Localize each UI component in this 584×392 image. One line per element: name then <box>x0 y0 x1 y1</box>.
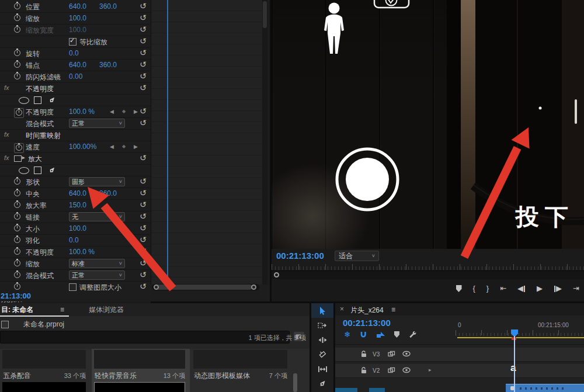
prev-keyframe-icon[interactable]: ◀ <box>110 107 114 116</box>
property-value[interactable]: 640.0 <box>69 61 86 69</box>
stopwatch-toggle[interactable] <box>14 283 20 292</box>
reset-parameter-button[interactable]: ↺ <box>140 270 147 279</box>
property-value[interactable]: 100.0 % <box>69 107 95 116</box>
scrubber-knob[interactable] <box>274 272 279 277</box>
stopwatch-toggle[interactable] <box>14 108 24 118</box>
property-value[interactable]: 100.0 <box>69 26 86 34</box>
tab-project[interactable]: 目: 未命名 <box>1 305 33 315</box>
reset-parameter-button[interactable]: ↺ <box>140 37 147 46</box>
close-icon[interactable]: × <box>340 305 344 313</box>
reset-parameter-button[interactable]: ↺ <box>140 13 147 22</box>
property-value[interactable]: 360.0 <box>99 189 117 197</box>
panel-menu-icon[interactable]: ≡ <box>391 306 395 314</box>
stopwatch-toggle[interactable] <box>14 26 20 34</box>
razor-tool[interactable] <box>311 347 333 362</box>
add-keyframe-icon[interactable]: ◆ <box>122 143 126 151</box>
rect-mask-icon[interactable] <box>34 96 41 104</box>
property-dropdown[interactable]: 无˅ <box>69 212 125 221</box>
scrollbar-bar[interactable] <box>155 285 252 290</box>
property-dropdown[interactable]: 标准˅ <box>69 259 125 268</box>
sync-lock-icon[interactable] <box>388 367 395 376</box>
program-monitor-video[interactable]: 投下 <box>272 0 584 249</box>
track-select-forward-tool[interactable] <box>311 318 333 332</box>
track-lock-icon[interactable] <box>360 351 367 359</box>
reset-parameter-button[interactable]: ↺ <box>140 177 147 186</box>
reset-parameter-button[interactable]: ↺ <box>140 48 147 57</box>
effect-controls-timecode[interactable]: 21:13:00 <box>1 292 31 300</box>
stopwatch-toggle[interactable] <box>14 15 20 23</box>
stopwatch-toggle[interactable] <box>14 178 20 186</box>
slip-tool[interactable] <box>311 362 333 376</box>
effect-controls-mini-timeline[interactable] <box>151 0 262 285</box>
nest-toggle-icon[interactable]: ❄ <box>344 330 350 339</box>
linked-selection-icon[interactable] <box>376 331 385 339</box>
property-value[interactable]: 360.0 <box>99 2 117 11</box>
timeline-timecode[interactable]: 00:21:13:00 <box>343 318 391 328</box>
property-value[interactable]: 100.0 <box>69 14 86 22</box>
property-value[interactable]: 0.0 <box>69 49 79 57</box>
stopwatch-toggle[interactable] <box>14 272 20 280</box>
ellipse-mask-icon[interactable] <box>19 97 29 104</box>
track-lock-icon[interactable] <box>360 367 367 376</box>
track-name[interactable]: V2 <box>373 367 380 374</box>
property-value[interactable]: 100.00% <box>69 143 96 151</box>
property-value[interactable]: 640.0 <box>69 189 86 197</box>
checkbox[interactable] <box>69 38 77 46</box>
step-back-button[interactable]: ◀ <box>517 285 526 293</box>
scrollbar-right-knob[interactable] <box>251 285 256 290</box>
reset-parameter-button[interactable]: ↺ <box>140 72 147 81</box>
panel-menu-icon[interactable]: ≡ <box>60 306 64 314</box>
tab-sequence[interactable]: 片头_x264 <box>350 306 384 315</box>
stopwatch-toggle[interactable] <box>14 190 20 198</box>
snap-magnet-icon[interactable] <box>359 331 367 339</box>
reset-parameter-button[interactable]: ↺ <box>140 154 147 162</box>
stopwatch-toggle[interactable] <box>14 248 20 256</box>
timeline-playhead-line[interactable] <box>514 336 515 392</box>
program-timecode[interactable]: 00:21:13:00 <box>276 251 324 261</box>
timeline-settings-wrench-icon[interactable] <box>408 330 417 339</box>
property-dropdown[interactable]: 圆形˅ <box>69 177 125 186</box>
reset-parameter-button[interactable]: ↺ <box>140 200 147 209</box>
property-dropdown[interactable]: 正常˅ <box>69 270 125 280</box>
ripple-edit-tool[interactable] <box>311 332 333 347</box>
effect-controls-vertical-scrollbar[interactable] <box>262 0 267 285</box>
zoom-level-dropdown[interactable]: 适合 ˅ <box>335 251 379 261</box>
stopwatch-toggle[interactable] <box>14 61 20 70</box>
reset-parameter-button[interactable]: ↺ <box>140 189 147 197</box>
reset-parameter-button[interactable]: ↺ <box>140 247 147 256</box>
scrollbar-handle[interactable] <box>263 1 267 28</box>
reset-parameter-button[interactable]: ↺ <box>140 84 147 92</box>
stopwatch-toggle[interactable] <box>14 225 20 233</box>
bin-item[interactable]: 轻快背景音乐13 个项 <box>92 349 190 392</box>
effect-controls-horizontal-scrollbar[interactable] <box>152 284 259 290</box>
timeline-clip[interactable] <box>335 388 357 392</box>
rect-mask-icon[interactable] <box>34 166 41 174</box>
add-keyframe-icon[interactable]: ◆ <box>122 107 126 116</box>
timeline-clip[interactable] <box>369 388 385 392</box>
property-value[interactable]: 0.0 <box>69 236 79 244</box>
mark-in-button[interactable]: { <box>473 285 475 293</box>
tab-media-browser[interactable]: 媒体浏览器 <box>89 305 124 315</box>
selection-tool[interactable] <box>311 303 333 318</box>
caret-right-icon[interactable]: ▸ <box>429 367 432 373</box>
stopwatch-toggle[interactable] <box>14 213 20 221</box>
project-search-input[interactable] <box>0 331 290 344</box>
track-name[interactable]: V3 <box>373 351 380 358</box>
checkbox[interactable] <box>69 283 77 291</box>
scrollbar-left-knob[interactable] <box>154 285 159 290</box>
program-scrubber[interactable] <box>272 270 584 279</box>
step-forward-button[interactable]: ▶ <box>554 285 562 293</box>
add-marker-icon[interactable] <box>394 331 399 338</box>
reset-parameter-button[interactable]: ↺ <box>140 2 147 11</box>
stopwatch-toggle[interactable] <box>14 237 20 245</box>
property-value[interactable]: 150.0 <box>69 201 86 209</box>
reset-parameter-button[interactable]: ↺ <box>140 224 147 233</box>
project-scrollbar-handle[interactable] <box>293 373 297 392</box>
reset-parameter-button[interactable]: ↺ <box>140 235 147 244</box>
reset-parameter-button[interactable]: ↺ <box>140 60 147 69</box>
reset-parameter-button[interactable]: ↺ <box>140 212 147 221</box>
stopwatch-toggle[interactable] <box>14 260 20 268</box>
mini-timeline-playhead[interactable] <box>167 0 168 285</box>
pen-mask-icon[interactable] <box>46 95 57 107</box>
property-value[interactable]: 100.0 <box>69 224 86 233</box>
